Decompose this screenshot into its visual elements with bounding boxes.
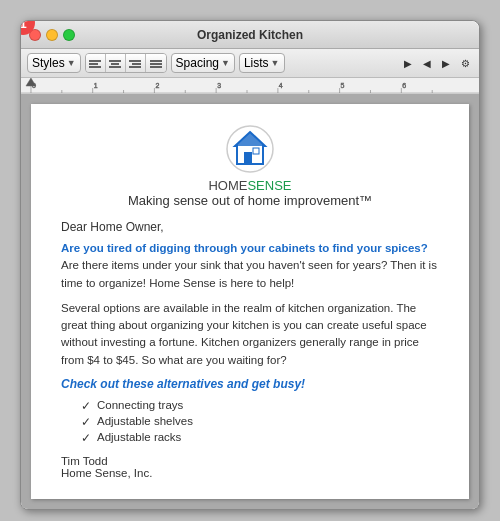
- justify-button[interactable]: [146, 54, 166, 73]
- align-right-button[interactable]: [126, 54, 146, 73]
- lists-label: Lists: [244, 56, 269, 70]
- play-button[interactable]: ▶: [400, 55, 416, 71]
- doc-header: HOMESENSE Making sense out of home impro…: [61, 124, 439, 208]
- list-item: ✓ Adjustable racks: [81, 431, 439, 445]
- svg-rect-38: [244, 152, 252, 164]
- align-group: [85, 53, 167, 73]
- checkmark-icon: ✓: [81, 399, 91, 413]
- window-controls: [29, 29, 75, 41]
- list-item-label: Adjustable shelves: [97, 415, 193, 427]
- svg-text:2: 2: [155, 82, 159, 89]
- lists-arrow-icon: ▼: [271, 58, 280, 68]
- toolbar: Styles ▼ Spacing ▼ Lists ▼: [21, 49, 479, 78]
- sig-company: Home Sense, Inc.: [61, 467, 439, 479]
- svg-text:3: 3: [217, 82, 221, 89]
- checkmark-icon: ✓: [81, 415, 91, 429]
- svg-text:4: 4: [279, 82, 283, 89]
- list-item-label: Adjustable racks: [97, 431, 181, 443]
- highlight-rest: Are there items under your sink that you…: [61, 259, 437, 288]
- brand-sense: SENSE: [247, 178, 291, 193]
- spacing-dropdown[interactable]: Spacing ▼: [171, 53, 235, 73]
- minimize-button[interactable]: [46, 29, 58, 41]
- svg-text:1: 1: [94, 82, 98, 89]
- styles-label: Styles: [32, 56, 65, 70]
- highlight-question: Are you tired of digging through your ca…: [61, 242, 428, 254]
- document-page: HOMESENSE Making sense out of home impro…: [31, 104, 469, 499]
- next-button[interactable]: ▶: [438, 55, 454, 71]
- svg-text:5: 5: [341, 82, 345, 89]
- svg-rect-40: [253, 148, 259, 154]
- styles-dropdown[interactable]: Styles ▼: [27, 53, 81, 73]
- intro-paragraph: Are you tired of digging through your ca…: [61, 240, 439, 292]
- maximize-button[interactable]: [63, 29, 75, 41]
- checkmark-icon: ✓: [81, 431, 91, 445]
- ruler: 0 1 2 3 4 5 6: [21, 78, 479, 94]
- spacing-arrow-icon: ▼: [221, 58, 230, 68]
- cta-text: Check out these alternatives and get bus…: [61, 377, 439, 391]
- list-item: ✓ Connecting trays: [81, 399, 439, 413]
- list-item-label: Connecting trays: [97, 399, 183, 411]
- tagline: Making sense out of home improvement™: [61, 193, 439, 208]
- brand-home: HOME: [208, 178, 247, 193]
- styles-arrow-icon: ▼: [67, 58, 76, 68]
- nav-controls: ▶ ◀ ▶ ⚙: [400, 55, 473, 71]
- svg-rect-12: [21, 78, 479, 94]
- spacing-label: Spacing: [176, 56, 219, 70]
- svg-text:6: 6: [402, 82, 406, 89]
- sig-name: Tim Todd: [61, 455, 439, 467]
- lists-dropdown[interactable]: Lists ▼: [239, 53, 285, 73]
- app-window: 1 Organized Kitchen Styles ▼: [20, 20, 480, 510]
- document-area: HOMESENSE Making sense out of home impro…: [21, 94, 479, 509]
- salutation: Dear Home Owner,: [61, 220, 439, 234]
- titlebar: Organized Kitchen: [21, 21, 479, 49]
- brand-name: HOMESENSE: [61, 178, 439, 193]
- align-left-button[interactable]: [86, 54, 106, 73]
- logo-image: [225, 124, 275, 174]
- checklist: ✓ Connecting trays ✓ Adjustable shelves …: [61, 399, 439, 445]
- signature: Tim Todd Home Sense, Inc.: [61, 455, 439, 479]
- settings-icon[interactable]: ⚙: [457, 55, 473, 71]
- prev-button[interactable]: ◀: [419, 55, 435, 71]
- align-center-button[interactable]: [106, 54, 126, 73]
- window-title: Organized Kitchen: [197, 28, 303, 42]
- body-paragraph: Several options are available in the rea…: [61, 300, 439, 369]
- list-item: ✓ Adjustable shelves: [81, 415, 439, 429]
